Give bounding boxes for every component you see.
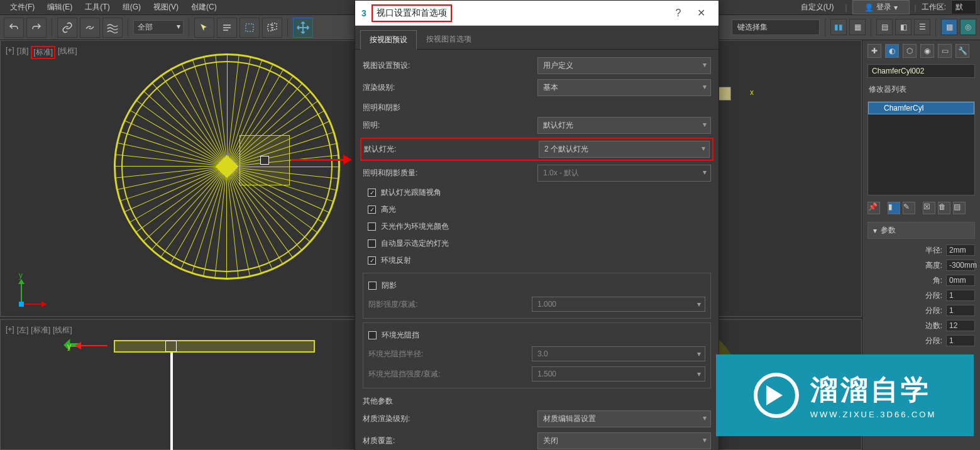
param-radius-value[interactable]: 2mm <box>946 244 975 256</box>
modify-tab-icon[interactable]: ◐ <box>885 44 899 58</box>
checkbox-highlights[interactable] <box>368 206 376 214</box>
select-mat-render[interactable]: 材质编辑器设置 <box>537 410 711 427</box>
toggle-ribbon-button[interactable]: ▮▮ <box>830 19 847 35</box>
select-ao-radius[interactable]: 3.0 <box>532 346 705 361</box>
menu-edit[interactable]: 编辑(E) <box>41 0 79 14</box>
display-tab-icon[interactable]: ▭ <box>938 44 952 58</box>
dialog-titlebar[interactable]: 3 视口设置和首选项 ? ✕ <box>355 1 718 26</box>
select-object-button[interactable] <box>194 18 214 38</box>
select-lighting[interactable]: 默认灯光 <box>537 117 711 134</box>
link-button[interactable] <box>57 18 77 38</box>
checkbox-skylight[interactable] <box>368 222 376 231</box>
viewport-left-label[interactable]: [+] [左] [标准] [线框] <box>6 325 72 336</box>
vp-top-view[interactable]: [顶] <box>17 46 29 59</box>
create-tab-icon[interactable]: ✚ <box>867 44 881 58</box>
workspace-value[interactable]: 默 <box>951 0 976 14</box>
param-fillet-value[interactable]: 0mm <box>946 275 975 286</box>
viewport-settings-dialog: 3 视口设置和首选项 ? ✕ 按视图预设 按视图首选项 视图设置预设: 用户定义… <box>355 0 719 450</box>
param-seg2-value[interactable]: 1 <box>946 305 975 316</box>
checkbox-autoshow-lights[interactable] <box>368 239 376 248</box>
trash-icon[interactable]: 🗑 <box>938 202 950 214</box>
label-chk-follow: 默认灯光跟随视角 <box>381 187 441 198</box>
post-object[interactable] <box>170 353 173 450</box>
menu-file[interactable]: 文件(F) <box>4 0 41 14</box>
bind-spacewarp-button[interactable] <box>102 18 123 38</box>
checkbox-follow-view[interactable] <box>368 189 376 197</box>
label-chk-autoshow: 自动显示选定的灯光 <box>381 238 449 249</box>
param-sides-value[interactable]: 12 <box>946 320 975 331</box>
axis-y-label: y <box>19 271 23 280</box>
dialog-close-button[interactable]: ✕ <box>690 7 712 19</box>
rollout-params-title: 参数 <box>881 225 896 236</box>
layer-manager-button[interactable]: ☰ <box>914 19 930 35</box>
watermark-text-en: WWW.ZIXUE.3D66.COM <box>810 410 937 419</box>
make-unique-icon[interactable]: ✎ <box>903 202 915 214</box>
selection-filter-dropdown[interactable]: 全部 <box>133 20 184 35</box>
menu-views[interactable]: 视图(V) <box>147 0 185 14</box>
show-end-result-icon[interactable]: ▮ <box>888 202 900 214</box>
vp-left-shading[interactable]: [标准] <box>31 325 50 336</box>
modifier-stack-item[interactable]: ChamferCyl <box>868 102 974 114</box>
login-button[interactable]: 👤 登录 ▾ <box>852 0 910 14</box>
configure-sets-icon[interactable]: ▤ <box>953 202 966 214</box>
wheel-object[interactable] <box>114 53 340 280</box>
material-editor-button[interactable]: ◧ <box>895 19 911 35</box>
selection-gizmo-box[interactable] <box>239 135 290 185</box>
vp-left-wire[interactable]: [线框] <box>53 325 72 336</box>
viewport-top-label[interactable]: [+] [顶] [标准] [线框] <box>6 46 77 59</box>
param-height-value[interactable]: -300mm <box>946 260 975 271</box>
render-setup-button[interactable]: ▩ <box>941 19 957 35</box>
menu-customize[interactable]: 自定义(U) <box>795 0 840 14</box>
tab-view-preset[interactable]: 按视图预设 <box>360 30 417 50</box>
vp-top-wire[interactable]: [线框] <box>58 46 77 59</box>
gizmo-x-axis-icon[interactable] <box>76 345 107 346</box>
named-selection-set-dropdown[interactable]: 键选择集 <box>732 19 820 35</box>
select-view-preset[interactable]: 用户定义 <box>537 57 711 74</box>
modifier-list-label[interactable]: 修改器列表 <box>862 80 980 99</box>
vp-left-plus[interactable]: [+] <box>6 325 14 336</box>
redo-button[interactable] <box>26 18 47 38</box>
menu-create[interactable]: 创建(C) <box>185 0 223 14</box>
vp-left-view[interactable]: [左] <box>17 325 29 336</box>
rollout-params-header[interactable]: ▾ 参数 <box>867 222 975 239</box>
checkbox-ao[interactable] <box>368 331 377 339</box>
rect-select-button[interactable] <box>239 18 260 38</box>
tab-view-prefs[interactable]: 按视图首选项 <box>417 30 481 49</box>
render-frame-button[interactable]: ◎ <box>960 19 976 35</box>
select-render-level[interactable]: 基本 <box>537 79 711 96</box>
checkbox-env-reflection[interactable] <box>368 256 376 265</box>
remove-modifier-icon[interactable]: ☒ <box>923 202 935 214</box>
motion-tab-icon[interactable]: ◉ <box>920 44 934 58</box>
modifier-stack[interactable]: ChamferCyl <box>867 101 975 195</box>
vp-top-plus[interactable]: [+] <box>6 46 14 59</box>
curve-editor-button[interactable]: ▦ <box>849 19 866 35</box>
menu-group[interactable]: 组(G) <box>116 0 147 14</box>
move-tool-button[interactable] <box>293 18 313 38</box>
side-wheel-object[interactable] <box>114 340 315 353</box>
select-light-quality[interactable]: 1.0x - 默认 <box>537 165 711 182</box>
object-name-field[interactable]: ChamferCyl002 <box>867 64 975 78</box>
select-mat-override[interactable]: 关闭 <box>537 432 711 449</box>
param-seg3-value[interactable]: 1 <box>946 335 975 346</box>
schematic-view-button[interactable]: ▤ <box>876 19 893 35</box>
window-crossing-button[interactable] <box>262 18 282 38</box>
vp-top-shading[interactable]: [标准] <box>31 46 55 59</box>
unlink-button[interactable] <box>80 18 100 38</box>
toolbar-sep-1 <box>52 19 52 36</box>
pin-stack-icon[interactable]: 📌 <box>867 202 880 214</box>
select-default-lights[interactable]: 2 个默认灯光 <box>539 141 710 158</box>
hierarchy-tab-icon[interactable]: ⬡ <box>903 44 917 58</box>
center-marker-icon <box>165 341 177 352</box>
checkbox-shadows[interactable] <box>368 282 377 290</box>
label-view-preset: 视图设置预设: <box>363 60 532 71</box>
select-by-name-button[interactable] <box>217 18 237 38</box>
utilities-tab-icon[interactable]: 🔧 <box>955 44 969 58</box>
param-seg1-value[interactable]: 1 <box>946 290 975 301</box>
user-icon: 👤 <box>864 3 874 12</box>
menu-tools[interactable]: 工具(T) <box>79 0 116 14</box>
annotation-arrow-icon <box>291 159 351 161</box>
select-shadow-intensity[interactable]: 1.000 <box>532 297 705 312</box>
dialog-help-button[interactable]: ? <box>667 8 690 19</box>
undo-button[interactable] <box>4 18 24 38</box>
select-ao-intensity[interactable]: 1.500 <box>532 366 705 381</box>
